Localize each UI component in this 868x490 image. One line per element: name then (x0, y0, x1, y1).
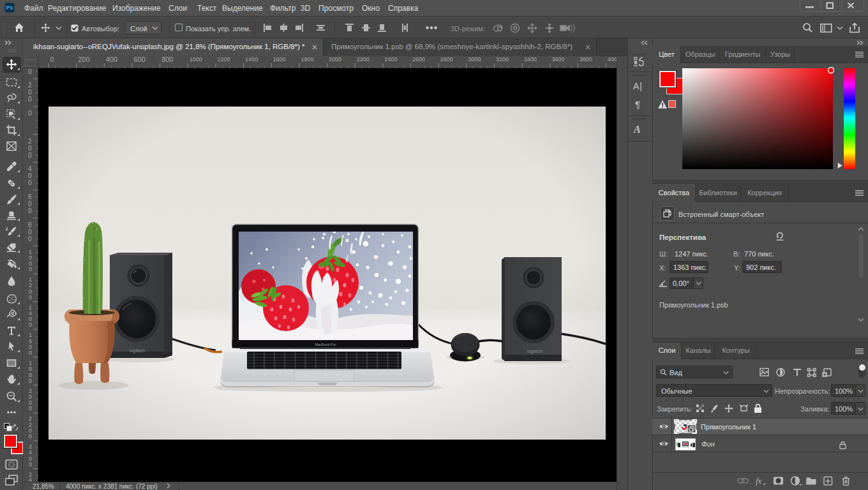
svg-text:0: 0 (28, 235, 32, 242)
svg-text:logitech: logitech (527, 349, 542, 354)
svg-text:1000: 1000 (190, 56, 202, 63)
svg-text:0: 0 (29, 405, 32, 412)
svg-text:0: 0 (28, 96, 32, 103)
svg-text:2600: 2600 (412, 56, 425, 63)
svg-text:3600: 3600 (551, 56, 564, 63)
svg-text:3400: 3400 (524, 56, 537, 63)
svg-text:0: 0 (29, 461, 32, 468)
svg-text:0: 0 (28, 152, 32, 159)
svg-text:MacBook Pro: MacBook Pro (315, 343, 336, 346)
svg-text:3200: 3200 (496, 56, 509, 63)
svg-text:0: 0 (28, 200, 32, 207)
svg-text:fx: fx (756, 476, 762, 486)
svg-text:1800: 1800 (301, 56, 313, 63)
svg-text:0: 0 (28, 110, 32, 117)
svg-text:200: 200 (78, 56, 89, 63)
svg-text:8: 8 (28, 221, 32, 228)
svg-text:0: 0 (29, 433, 32, 440)
svg-text:6: 6 (28, 193, 32, 200)
svg-text:0: 0 (29, 322, 32, 328)
svg-text:1200: 1200 (217, 56, 230, 63)
svg-text:800: 800 (161, 56, 173, 63)
svg-text:0: 0 (28, 207, 32, 214)
svg-text:0: 0 (28, 68, 32, 75)
svg-text:1600: 1600 (273, 56, 286, 63)
svg-text:0: 0 (28, 89, 32, 96)
svg-text:0: 0 (28, 179, 32, 186)
svg-text:4: 4 (28, 165, 32, 172)
svg-text:0: 0 (28, 145, 32, 152)
svg-text:3000: 3000 (468, 56, 481, 63)
svg-text:2800: 2800 (440, 56, 453, 63)
svg-text:4000: 4000 (608, 56, 617, 63)
svg-text:0: 0 (29, 350, 32, 356)
svg-text:logitech: logitech (130, 348, 145, 353)
svg-text:0: 0 (29, 378, 32, 384)
svg-text:0: 0 (29, 294, 32, 301)
svg-text:2: 2 (28, 138, 32, 145)
svg-text:3800: 3800 (580, 56, 592, 63)
svg-text:0: 0 (28, 172, 32, 179)
svg-text:2200: 2200 (357, 56, 370, 63)
svg-text:0: 0 (28, 228, 32, 235)
svg-text:2000: 2000 (329, 56, 341, 63)
svg-text:2: 2 (28, 82, 32, 89)
svg-text:0: 0 (50, 56, 54, 63)
svg-text:400: 400 (106, 56, 117, 63)
svg-text:2400: 2400 (384, 56, 397, 63)
svg-text:6: 6 (29, 477, 32, 482)
svg-text:0: 0 (29, 266, 32, 272)
svg-text:600: 600 (133, 56, 145, 63)
svg-text:1400: 1400 (245, 56, 258, 63)
